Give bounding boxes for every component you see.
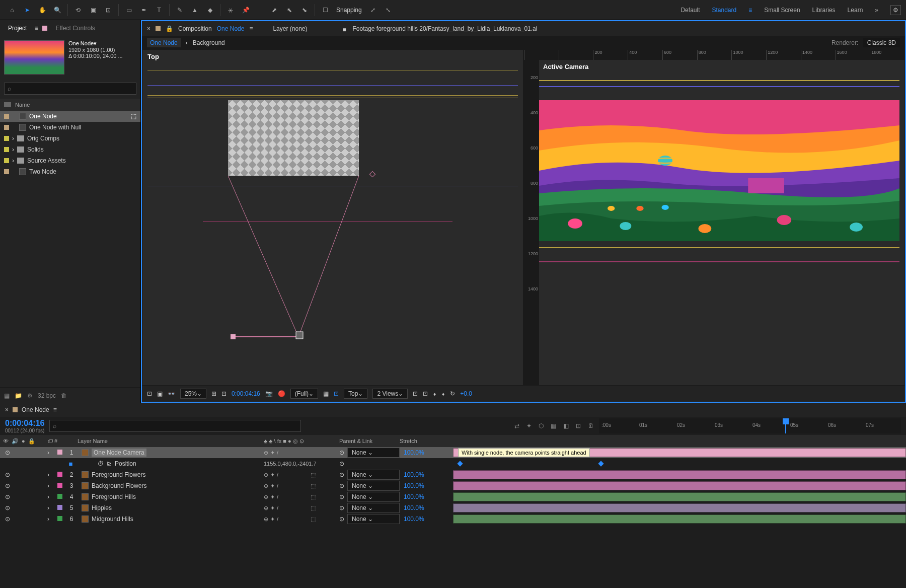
workspace-libraries[interactable]: Libraries — [812, 7, 836, 14]
project-item[interactable]: Two Node — [0, 166, 140, 177]
pan-behind-icon[interactable]: ⊡ — [101, 3, 115, 17]
project-item[interactable]: ›Orig Comps — [0, 133, 140, 144]
renderer-dropdown[interactable]: Classic 3D — [863, 38, 900, 47]
channel-icon[interactable]: 🔴 — [278, 390, 285, 397]
tl-opt4-icon[interactable]: ▦ — [551, 422, 556, 429]
pen-tool-icon[interactable]: ✒ — [137, 3, 151, 17]
expand-layer-icon[interactable]: › — [47, 471, 49, 478]
close-timeline-tab-icon[interactable]: × — [5, 406, 9, 413]
expand-icon[interactable]: › — [12, 135, 14, 142]
stretch-value[interactable]: 100.0% — [400, 471, 435, 478]
grid-icon[interactable]: ⊞ — [211, 390, 216, 397]
exposure-value[interactable]: +0.0 — [460, 390, 472, 397]
workspace-smallscreen[interactable]: Small Screen — [764, 7, 800, 14]
visibility-toggle[interactable]: ⊙ — [5, 504, 10, 511]
project-item[interactable]: One Node⬚ — [0, 111, 140, 122]
visibility-toggle[interactable]: ⊙ — [5, 516, 10, 523]
stretch-value[interactable]: 100.0% — [400, 482, 435, 489]
visibility-toggle[interactable]: ⊙ — [5, 449, 10, 456]
label-swatch[interactable] — [4, 114, 9, 119]
home-icon[interactable]: ⌂ — [5, 3, 19, 17]
bpc-toggle[interactable]: 32 bpc — [38, 392, 56, 399]
selection-tool-icon[interactable]: ➤ — [20, 3, 34, 17]
expand-layer-icon[interactable]: › — [47, 449, 49, 456]
tl-opt1-icon[interactable]: ⇄ — [514, 422, 519, 429]
workspace-learn[interactable]: Learn — [848, 7, 863, 14]
audio-col-icon[interactable]: 🔊 — [12, 438, 19, 445]
pin-tool-icon[interactable]: 📌 — [239, 3, 253, 17]
label-swatch[interactable] — [4, 169, 9, 174]
view-opt4-icon[interactable]: ⬧ — [441, 390, 445, 397]
stretch-value[interactable]: 100.0% — [400, 493, 435, 500]
axis-view-icon[interactable]: ⬊ — [297, 3, 312, 17]
timeline-timecode[interactable]: 0:00:04:16 — [5, 419, 44, 428]
new-folder-icon[interactable]: 📁 — [15, 392, 22, 399]
label-swatch[interactable] — [4, 147, 9, 152]
workspace-default[interactable]: Default — [681, 7, 700, 14]
flowchart-icon[interactable]: ⬚ — [131, 113, 136, 120]
tl-opt5-icon[interactable]: ◧ — [563, 422, 569, 429]
pickwhip-icon[interactable]: ⊙ — [339, 449, 344, 456]
tab-project[interactable]: Project — [4, 23, 31, 34]
lock-col-icon[interactable]: 🔒 — [28, 438, 35, 445]
cube-3d-icon[interactable]: ⬚ — [311, 494, 316, 500]
axis-local-icon[interactable]: ⬈ — [267, 3, 281, 17]
workspace-overflow-icon[interactable]: » — [875, 7, 878, 14]
workspace-menu-icon[interactable]: ≡ — [748, 7, 752, 14]
parent-dropdown[interactable]: None ⌄ — [347, 470, 400, 480]
keyframe-icon[interactable] — [598, 461, 603, 466]
visibility-toggle[interactable]: ⊙ — [5, 471, 10, 478]
visibility-toggle[interactable]: ⊙ — [5, 493, 10, 500]
col-stretch[interactable]: Stretch — [400, 438, 435, 444]
zoom-tool-icon[interactable]: 🔍 — [50, 3, 64, 17]
stretch-value[interactable]: 100.0% — [400, 449, 435, 456]
layer-bar[interactable] — [453, 470, 906, 479]
parent-dropdown[interactable]: None ⌄ — [347, 514, 400, 524]
pickwhip-icon[interactable]: ⊙ — [339, 516, 344, 523]
layer-color-swatch[interactable] — [57, 516, 62, 521]
transparency-icon[interactable]: ▦ — [323, 390, 329, 397]
current-time[interactable]: 0:00:04:16 — [232, 390, 260, 397]
expand-layer-icon[interactable]: › — [47, 504, 49, 511]
col-layer-name[interactable]: Layer Name — [78, 438, 264, 444]
workspace-settings-icon[interactable]: ⚙ — [890, 5, 901, 15]
project-search[interactable]: ⌕ — [4, 83, 136, 95]
toggle-alpha-icon[interactable]: ▣ — [157, 390, 163, 397]
hand-tool-icon[interactable]: ✋ — [35, 3, 49, 17]
camera-tool-icon[interactable]: ▣ — [86, 3, 100, 17]
cube-3d-icon[interactable]: ⬚ — [311, 472, 316, 478]
text-tool-icon[interactable]: T — [152, 3, 166, 17]
tl-opt7-icon[interactable]: 🗓 — [588, 422, 594, 429]
tl-opt3-icon[interactable]: ⬡ — [539, 422, 544, 429]
pickwhip-icon[interactable]: ⊙ — [339, 482, 344, 489]
view-count-dropdown[interactable]: 2 Views ⌄ — [372, 389, 408, 399]
pickwhip-icon[interactable]: ⊙ — [339, 493, 344, 500]
view-opt2-icon[interactable]: ⊡ — [423, 390, 428, 397]
view-opt1-icon[interactable]: ⊡ — [413, 390, 418, 397]
cube-3d-icon[interactable]: ⬚ — [311, 483, 316, 489]
project-item[interactable]: ›Source Assets — [0, 155, 140, 166]
cube-3d-icon[interactable]: ⬚ — [311, 505, 316, 511]
layer-bar[interactable] — [453, 492, 906, 501]
breadcrumb-current[interactable]: One Node — [147, 38, 181, 47]
timeline-search[interactable]: ⌕ — [49, 420, 301, 432]
link-icon[interactable]: ⊙ — [339, 460, 344, 467]
project-item[interactable]: ›Solids — [0, 144, 140, 155]
snap-checkbox[interactable]: ☐ — [318, 3, 332, 17]
expand-icon[interactable]: › — [12, 157, 14, 164]
col-parent[interactable]: Parent & Link — [339, 438, 400, 444]
stretch-value[interactable]: 100.0% — [400, 504, 435, 511]
snapshot-icon[interactable]: 📷 — [265, 390, 273, 397]
new-comp-icon[interactable]: ▦ — [4, 392, 10, 399]
lock-icon[interactable]: 🔒 — [166, 25, 173, 32]
expand-layer-icon[interactable]: › — [47, 493, 49, 500]
layer-bar[interactable] — [453, 481, 906, 490]
panel-menu-icon[interactable]: ≡ — [35, 25, 38, 32]
tl-opt6-icon[interactable]: ⊡ — [576, 422, 581, 429]
tab-effect-controls[interactable]: Effect Controls — [51, 23, 99, 34]
parent-dropdown[interactable]: None ⌄ — [347, 448, 400, 458]
breadcrumb-chevron-icon[interactable]: ‹ — [186, 39, 188, 46]
parent-dropdown[interactable]: None ⌄ — [347, 492, 400, 502]
trash-icon[interactable]: 🗑 — [61, 392, 67, 399]
label-swatch[interactable] — [4, 125, 9, 130]
